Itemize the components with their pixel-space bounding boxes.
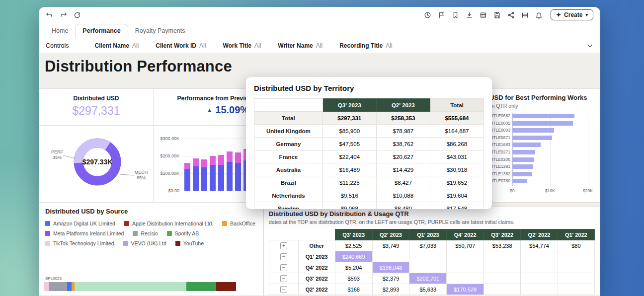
- legend-label: Spotify AB: [175, 230, 199, 236]
- source-stacked-bar[interactable]: [44, 282, 249, 291]
- report-window: ✦ Create ▾ HomePerformanceRoyalty Paymen…: [39, 7, 600, 296]
- create-button-label: Create: [564, 11, 582, 18]
- territory-cell: $20,627: [376, 150, 430, 163]
- filter-recording-title[interactable]: Recording TitleAll: [339, 42, 392, 49]
- source-bar-segment[interactable]: [44, 282, 49, 291]
- legend-item[interactable]: Recisio: [133, 230, 158, 236]
- territory-cell: $47,505: [322, 138, 376, 150]
- refresh-icon[interactable]: [74, 11, 81, 19]
- legend-item[interactable]: Spotify AB: [167, 230, 199, 236]
- expand-toggle[interactable]: −: [280, 286, 287, 293]
- stacked-bar[interactable]: [235, 152, 241, 191]
- save-icon[interactable]: [493, 11, 501, 19]
- create-button[interactable]: ✦ Create ▾: [551, 9, 593, 20]
- territory-row: Netherlands$9,516$10,088$19,604: [254, 189, 484, 202]
- qtr-cell: [409, 251, 447, 262]
- legend-item[interactable]: Meta Platforms Ireland Limited: [45, 230, 124, 236]
- table-icon[interactable]: [480, 11, 487, 19]
- undo-icon[interactable]: [46, 11, 53, 19]
- stacked-bar[interactable]: [193, 158, 199, 191]
- legend-item[interactable]: Amazon Digital UK Limited: [45, 221, 115, 226]
- legend-item[interactable]: VEVO (UK) Ltd: [123, 240, 166, 246]
- legend-item[interactable]: YouTube: [175, 240, 204, 246]
- qtr-cell: [372, 251, 409, 262]
- filter-client-work-id[interactable]: Client Work IDAll: [156, 42, 206, 49]
- qtr-col-header: Q3' 2022: [484, 229, 521, 240]
- download-icon[interactable]: [466, 11, 473, 19]
- source-bar-segment[interactable]: [216, 282, 236, 291]
- legend-swatch-icon: [167, 231, 172, 236]
- qtr-cell: $2,525: [335, 240, 372, 251]
- legend-item[interactable]: TikTok Technology Limited: [45, 240, 114, 246]
- source-bar-segment[interactable]: [75, 282, 186, 291]
- stacked-bar[interactable]: [184, 163, 190, 191]
- territory-cell: $30,918: [430, 163, 483, 176]
- source-bar-segment[interactable]: [67, 282, 72, 291]
- qtr-cell: $2,893: [372, 284, 409, 295]
- scorecard-distributed-usd: Distributed USD $297,331: [39, 88, 154, 126]
- territory-row-label: Sweden: [254, 202, 323, 210]
- legend-item[interactable]: Apple Distribution International Ltd.: [124, 221, 213, 226]
- notifications-icon[interactable]: [535, 11, 543, 19]
- work-bar[interactable]: [512, 150, 535, 154]
- history-icon[interactable]: [424, 11, 431, 19]
- qtr-row: −Q4' 2022$5,204$196,048: [269, 262, 595, 273]
- work-bar[interactable]: [512, 114, 574, 118]
- work-bar[interactable]: [512, 172, 532, 176]
- stacked-bar[interactable]: [227, 151, 233, 191]
- tab-home[interactable]: Home: [45, 24, 75, 38]
- scorecard-value: $297,331: [39, 104, 153, 118]
- distribution-split-donut[interactable]: PERF35%MECH65%$297.33K: [39, 126, 153, 204]
- legend-swatch-icon: [133, 231, 138, 236]
- work-bar[interactable]: [512, 136, 552, 140]
- territory-cell: $11,225: [322, 176, 376, 189]
- filter-writer-name[interactable]: Writer NameAll: [278, 42, 322, 49]
- legend-label: Meta Platforms Ireland Limited: [53, 230, 124, 236]
- tab-performance[interactable]: Performance: [75, 24, 128, 38]
- expand-toggle[interactable]: −: [280, 275, 287, 282]
- filter-work-title[interactable]: Work TitleAll: [223, 42, 261, 49]
- tab-royalty-payments[interactable]: Royalty Payments: [128, 24, 192, 38]
- chevron-down-icon[interactable]: [586, 42, 593, 49]
- territory-row-label: Netherlands: [254, 189, 323, 202]
- work-bar[interactable]: [512, 143, 541, 147]
- source-legend: Amazon Digital UK LimitedApple Distribut…: [45, 221, 257, 246]
- source-bar-segment[interactable]: [49, 282, 67, 291]
- work-bar[interactable]: [512, 128, 554, 133]
- work-bar[interactable]: [512, 121, 573, 126]
- stacked-bar[interactable]: [201, 159, 207, 191]
- stacked-bar[interactable]: [210, 156, 216, 191]
- territory-cell: $78,987: [376, 125, 430, 138]
- territory-popup: Distributed USD by Territory Q3' 2023Q2'…: [246, 77, 492, 209]
- qtr-col-header: Q1' 2022: [558, 229, 594, 240]
- territory-cell: $43,031: [430, 150, 483, 163]
- legend-label: YouTube: [183, 240, 204, 246]
- territory-popup-title: Distributed USD by Territory: [254, 84, 484, 92]
- filter-client-name[interactable]: Client NameAll: [95, 42, 139, 49]
- qtr-cell: $240,669: [335, 251, 372, 262]
- stacked-bar[interactable]: [218, 155, 224, 191]
- work-bar[interactable]: [512, 157, 534, 162]
- qtr-cell: [447, 273, 484, 284]
- flag-icon[interactable]: [438, 11, 445, 19]
- qtr-row-label: Q4' 2022: [298, 262, 335, 273]
- qtr-matrix-title: Distributed USD by Distribution & Usage …: [269, 210, 595, 218]
- redo-icon[interactable]: [60, 11, 67, 19]
- expand-toggle[interactable]: +: [280, 242, 287, 249]
- qtr-col-header: Q2' 2022: [521, 229, 558, 240]
- qtr-cell: $5,204: [335, 262, 372, 273]
- territory-cell: $297,331: [322, 112, 376, 125]
- qtr-cell: [558, 251, 594, 262]
- bookmark-icon[interactable]: [452, 11, 459, 19]
- expand-toggle[interactable]: −: [280, 253, 287, 260]
- source-bar-segment[interactable]: [186, 282, 216, 291]
- share-icon[interactable]: [507, 11, 515, 19]
- work-bar[interactable]: [512, 179, 527, 183]
- legend-item[interactable]: BackOffice: [222, 221, 255, 226]
- expand-toggle[interactable]: −: [280, 264, 287, 271]
- territory-row: Sweden$9,068$8,480$17,548: [254, 202, 484, 210]
- work-bar[interactable]: [512, 164, 533, 169]
- fit-width-icon[interactable]: [521, 11, 529, 19]
- qtr-matrix-card: Distributed USD by Distribution & Usage …: [263, 207, 600, 296]
- caret-down-icon: ▾: [585, 12, 588, 17]
